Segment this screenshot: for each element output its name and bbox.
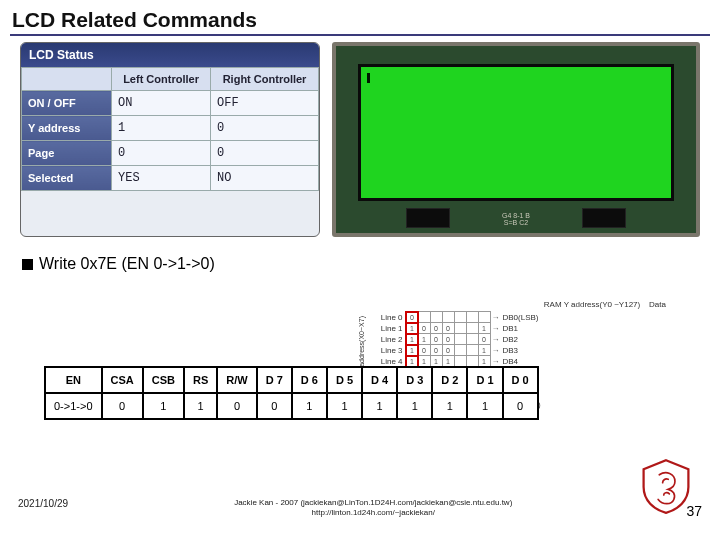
page-number: 37 xyxy=(678,498,702,519)
cmd-cell: 1 xyxy=(362,393,397,419)
status-cell: 0 xyxy=(112,141,211,166)
cmd-header: D 7 xyxy=(257,367,292,393)
write-line: Write 0x7E (EN 0->1->0) xyxy=(0,237,720,273)
status-cell: NO xyxy=(211,166,319,191)
command-bit-table: EN CSA CSB RS R/W D 7 D 6 D 5 D 4 D 3 D … xyxy=(44,366,539,420)
cmd-header: D 3 xyxy=(397,367,432,393)
lcd-status-panel: LCD Status Left Controller Right Control… xyxy=(20,42,320,237)
footer: 2021/10/29 Jackie Kan - 2007 (jackiekan@… xyxy=(0,494,720,540)
lcd-pcb-label: G4 8-1 BS=B C2 xyxy=(502,212,530,227)
status-cell: ON xyxy=(112,91,211,116)
status-cell: OFF xyxy=(211,91,319,116)
cmd-header: D 1 xyxy=(467,367,502,393)
cmd-cell: 0 xyxy=(217,393,256,419)
cmd-cell: 0->1->0 xyxy=(45,393,102,419)
status-row: Y address 1 0 xyxy=(22,116,319,141)
status-row-label: ON / OFF xyxy=(22,91,112,116)
status-cell: 1 xyxy=(112,116,211,141)
status-col-left: Left Controller xyxy=(112,68,211,91)
status-cell: 0 xyxy=(211,116,319,141)
ram-x-axis-label: X address(X0~X7) xyxy=(358,316,365,373)
cmd-header: D 4 xyxy=(362,367,397,393)
cmd-header: D 0 xyxy=(503,367,538,393)
status-row-label: Page xyxy=(22,141,112,166)
status-row: Selected YES NO xyxy=(22,166,319,191)
cmd-cell: 1 xyxy=(143,393,184,419)
lcd-status-table: Left Controller Right Controller ON / OF… xyxy=(21,67,319,191)
cmd-cell: 1 xyxy=(467,393,502,419)
mid-row: LCD Status Left Controller Right Control… xyxy=(0,42,720,237)
status-col-right: Right Controller xyxy=(211,68,319,91)
ram-title: RAM Y address(Y0 ~Y127) Data xyxy=(372,300,702,309)
cmd-cell: 1 xyxy=(397,393,432,419)
cmd-header: D 5 xyxy=(327,367,362,393)
cmd-cell: 0 xyxy=(257,393,292,419)
lcd-screen xyxy=(358,64,674,201)
footer-credit: Jackie Kan - 2007 (jackiekan@LinTon.1D24… xyxy=(68,498,678,517)
lcd-cursor-icon xyxy=(367,73,370,83)
footer-date: 2021/10/29 xyxy=(18,498,68,509)
status-cell: 0 xyxy=(211,141,319,166)
lcd-chip-icon xyxy=(406,208,450,228)
status-row: ON / OFF ON OFF xyxy=(22,91,319,116)
status-row: Page 0 0 xyxy=(22,141,319,166)
page-title: LCD Related Commands xyxy=(0,0,720,34)
cmd-cell: 1 xyxy=(292,393,327,419)
status-cell: YES xyxy=(112,166,211,191)
title-rule xyxy=(10,34,710,36)
lcd-chip-icon xyxy=(582,208,626,228)
cmd-cell: 0 xyxy=(503,393,538,419)
cmd-cell: 1 xyxy=(327,393,362,419)
cmd-header: CSA xyxy=(102,367,143,393)
status-row-label: Y address xyxy=(22,116,112,141)
write-text: Write 0x7E (EN 0->1->0) xyxy=(39,255,215,272)
status-row-label: Selected xyxy=(22,166,112,191)
cmd-cell: 1 xyxy=(432,393,467,419)
status-corner xyxy=(22,68,112,91)
lcd-module: G4 8-1 BS=B C2 xyxy=(332,42,700,237)
cmd-header: RS xyxy=(184,367,217,393)
lcd-status-heading: LCD Status xyxy=(21,43,319,67)
cmd-header: CSB xyxy=(143,367,184,393)
cmd-cell: 0 xyxy=(102,393,143,419)
cmd-header: R/W xyxy=(217,367,256,393)
cmd-cell: 1 xyxy=(184,393,217,419)
bullet-icon xyxy=(22,259,33,270)
cmd-header: D 2 xyxy=(432,367,467,393)
cmd-header: EN xyxy=(45,367,102,393)
cmd-header: D 6 xyxy=(292,367,327,393)
